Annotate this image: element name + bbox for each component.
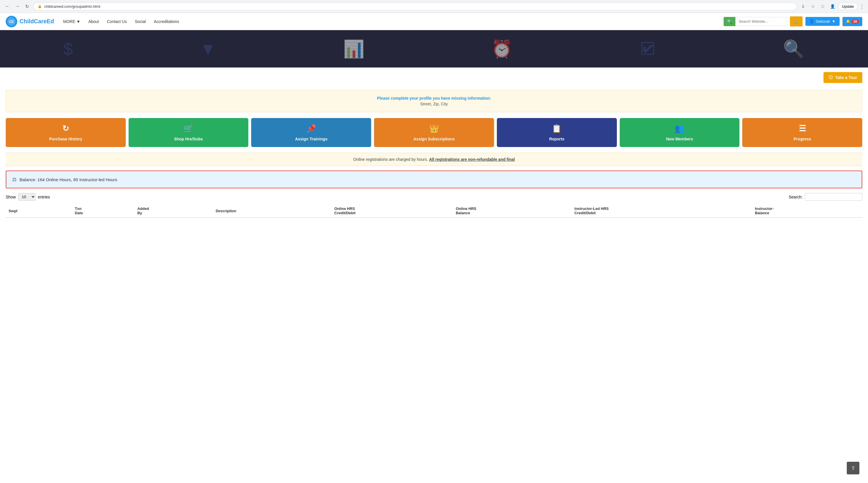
search-button[interactable]: 🔍 [724,17,735,26]
download-icon[interactable]: ⇓ [799,2,807,10]
address-bar[interactable]: 🔒 childcareed.com/groupadmin.html [33,3,797,10]
tab-icon[interactable]: □ [818,2,827,10]
browser-nav-buttons: ← → ↻ [3,2,31,10]
progress-icon: ☰ [799,124,806,133]
user-icon: 👤 [809,19,814,24]
col-seq: Seq# [6,204,72,218]
logo-child-text: ChildCare [20,18,46,24]
browser-chrome: ← → ↻ 🔒 childcareed.com/groupadmin.html … [0,0,868,13]
alert-line2: Street, Zip, City [12,102,856,106]
hero-dollar-icon: $ [63,39,73,59]
hero-clock-icon: ⏰ [491,39,513,59]
user-chevron-icon: ▼ [832,19,836,24]
update-button[interactable]: Update [838,3,858,10]
balance-icon: ⚖ [12,176,17,183]
url-text: childcareed.com/groupadmin.html [44,4,100,9]
show-label: Show [6,195,16,199]
logo[interactable]: CE ChildCareEd [6,16,54,27]
nav-more[interactable]: MORE ▼ [60,17,84,26]
logo-icon: CE [6,16,17,27]
info-bold-text: All registrations are non-refundable and… [429,157,515,162]
nav-contact[interactable]: Contact Us [103,17,130,26]
back-button[interactable]: ← [3,2,11,10]
table-header: Seq# TxnDate AddedBy Description Online … [6,204,862,218]
nav-links: MORE ▼ About Contact Us Social Accredita… [60,17,183,26]
hero-chart-icon: 📊 [343,39,365,59]
profile-icon[interactable]: 👤 [828,2,836,10]
svg-text:CE: CE [9,20,14,24]
alert-banner: Please complete your profile you have mi… [6,90,862,112]
shop-hrs-label: Shop Hrs/Subs [174,137,203,141]
purchase-history-button[interactable]: ↻ Purchase History [6,118,126,147]
hero-banner: $ ▼ 📊 ⏰ 🗹 🔍 [0,30,868,67]
shop-hrs-icon: 🛒 [183,124,193,133]
assign-subscriptions-icon: 👑 [429,124,439,133]
new-members-button[interactable]: 👥 New Members [620,118,740,147]
nav-accreditations[interactable]: Accreditations [150,17,183,26]
reports-icon: 📋 [552,124,562,133]
progress-button[interactable]: ☰ Progress [742,118,862,147]
search-input[interactable] [735,17,787,26]
info-text: Online registrations are charged by hour… [353,157,429,162]
nav-right: 🔍 🛒 👤 Deborah ▼ 🔔 16 [724,17,862,26]
notification-badge: 16 [851,19,859,24]
browser-actions: ⇓ ☆ □ 👤 Update ⋮ [799,2,865,10]
user-menu-button[interactable]: 👤 Deborah ▼ [805,17,840,26]
bell-icon: 🔔 [846,19,850,24]
reports-label: Reports [549,137,564,141]
action-grid: ↻ Purchase History 🛒 Shop Hrs/Subs 📌 Ass… [6,118,862,147]
logo-text: ChildCareEd [20,18,54,25]
search-label: Search: [789,195,803,199]
bookmark-icon[interactable]: ☆ [809,2,817,10]
purchase-history-label: Purchase History [49,137,82,141]
search-container: 🔍 [724,17,787,26]
col-txn-date: TxnDate [72,204,135,218]
col-instructor-led-cd: Instructor-Led HRSCredit/Debit [571,204,752,218]
hero-arrow-icon: ▼ [199,39,216,59]
hero-banner-bg: $ ▼ 📊 ⏰ 🗹 🔍 [0,30,868,67]
alert-line1: Please complete your profile you have mi… [12,96,856,100]
new-members-icon: 👥 [675,124,685,133]
info-icon: ⓘ [829,75,833,80]
site-navbar: CE ChildCareEd MORE ▼ About Contact Us S… [0,13,868,30]
entries-label: entries [38,195,50,199]
kebab-menu-icon[interactable]: ⋮ [859,3,865,9]
take-a-tour-button[interactable]: ⓘ Take a Tour [824,72,862,83]
col-online-hrs-bal: Online HRSBalance [453,204,571,218]
assign-subscriptions-button[interactable]: 👑 Assign Subscriptions [374,118,494,147]
entries-select[interactable]: 10 25 50 100 [18,193,36,201]
new-members-label: New Members [666,137,693,141]
assign-subscriptions-label: Assign Subscriptions [413,137,455,141]
table-controls: Show 10 25 50 100 entries Search: [6,193,862,201]
hero-magnify-icon: 🔍 [783,39,805,59]
lock-icon: 🔒 [38,4,42,8]
notification-button[interactable]: 🔔 16 [842,17,862,26]
assign-trainings-button[interactable]: 📌 Assign Trainings [251,118,371,147]
forward-button[interactable]: → [13,2,21,10]
progress-label: Progress [794,137,811,141]
assign-trainings-icon: 📌 [306,124,316,133]
reports-button[interactable]: 📋 Reports [497,118,617,147]
balance-box: ⚖ Balance: 164 Online Hours, 85 Instruct… [6,171,862,188]
nav-social[interactable]: Social [131,17,149,26]
purchase-history-icon: ↻ [62,124,69,133]
info-banner: Online registrations are charged by hour… [6,153,862,166]
tour-container: ⓘ Take a Tour [0,67,868,85]
col-online-hrs-cd: Online HRSCredit/Debit [332,204,453,218]
col-added-by: AddedBy [134,204,213,218]
reload-button[interactable]: ↻ [23,2,31,10]
user-name-label: Deborah [816,19,830,24]
chevron-down-icon: ▼ [76,19,81,24]
hero-cursor-icon: 🗹 [639,39,656,59]
table-search-container: Search: [789,193,862,201]
shop-hrs-button[interactable]: 🛒 Shop Hrs/Subs [129,118,249,147]
table-search-input[interactable] [805,193,862,201]
assign-trainings-label: Assign Trainings [295,137,328,141]
logo-ed-text: Ed [46,18,54,24]
col-instructor-led-bal: Instructor-Balance [752,204,862,218]
nav-about[interactable]: About [85,17,102,26]
balance-text: Balance: 164 Online Hours, 85 Instructor… [20,177,117,182]
cart-button[interactable]: 🛒 [790,17,803,26]
data-table: Seq# TxnDate AddedBy Description Online … [6,204,862,218]
show-entries-container: Show 10 25 50 100 entries [6,193,50,201]
